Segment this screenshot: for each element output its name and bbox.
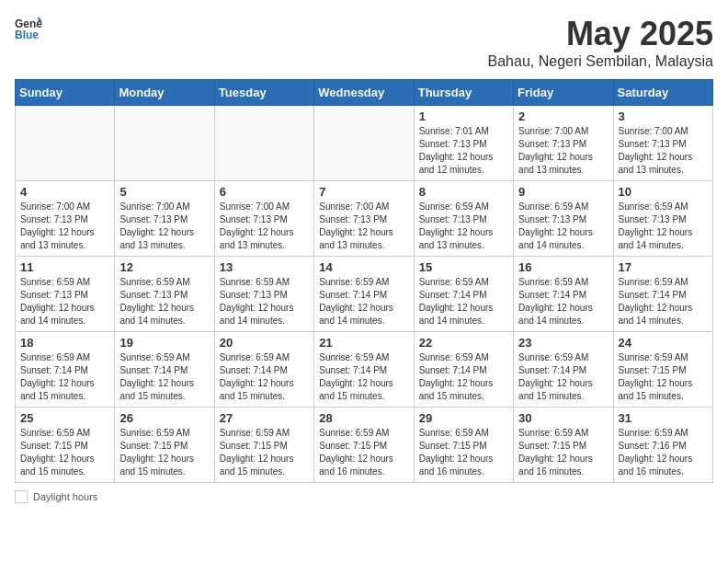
day-info: Sunrise: 6:59 AM Sunset: 7:15 PM Dayligh… [419,427,508,478]
daylight-box [15,490,28,503]
day-info: Sunrise: 7:00 AM Sunset: 7:13 PM Dayligh… [518,125,608,177]
calendar-cell: 8Sunrise: 6:59 AM Sunset: 7:13 PM Daylig… [414,181,513,257]
day-number: 3 [619,109,708,123]
day-number: 11 [20,260,109,274]
day-info: Sunrise: 6:59 AM Sunset: 7:13 PM Dayligh… [220,276,309,327]
day-number: 24 [619,336,708,350]
day-info: Sunrise: 6:59 AM Sunset: 7:15 PM Dayligh… [220,427,309,478]
day-info: Sunrise: 6:59 AM Sunset: 7:14 PM Dayligh… [518,351,608,403]
day-info: Sunrise: 6:59 AM Sunset: 7:15 PM Dayligh… [119,427,209,478]
calendar-header-thursday: Thursday [414,80,513,106]
calendar-cell: 23Sunrise: 6:59 AM Sunset: 7:14 PM Dayli… [514,332,613,408]
day-number: 6 [220,185,309,199]
day-info: Sunrise: 7:00 AM Sunset: 7:13 PM Dayligh… [20,201,109,252]
calendar-header-sunday: Sunday [16,80,115,106]
calendar-cell: 26Sunrise: 6:59 AM Sunset: 7:15 PM Dayli… [115,408,214,483]
day-info: Sunrise: 6:59 AM Sunset: 7:14 PM Dayligh… [20,351,109,403]
calendar-cell: 10Sunrise: 6:59 AM Sunset: 7:13 PM Dayli… [613,181,712,257]
calendar-cell: 29Sunrise: 6:59 AM Sunset: 7:15 PM Dayli… [414,408,513,483]
calendar-cell: 18Sunrise: 6:59 AM Sunset: 7:14 PM Dayli… [16,332,115,408]
day-info: Sunrise: 6:59 AM Sunset: 7:15 PM Dayligh… [20,427,109,478]
calendar-header-wednesday: Wednesday [314,80,414,106]
day-number: 13 [220,260,309,274]
day-number: 19 [119,336,209,350]
day-info: Sunrise: 6:59 AM Sunset: 7:13 PM Dayligh… [518,201,608,252]
day-number: 16 [518,260,608,274]
day-info: Sunrise: 6:59 AM Sunset: 7:15 PM Dayligh… [319,427,408,478]
calendar-cell: 14Sunrise: 6:59 AM Sunset: 7:14 PM Dayli… [314,257,414,332]
calendar-header-saturday: Saturday [613,80,712,106]
day-number: 27 [220,411,309,425]
calendar-cell: 25Sunrise: 6:59 AM Sunset: 7:15 PM Dayli… [16,408,115,483]
day-info: Sunrise: 6:59 AM Sunset: 7:13 PM Dayligh… [119,276,209,327]
day-number: 20 [220,336,309,350]
calendar-cell: 6Sunrise: 7:00 AM Sunset: 7:13 PM Daylig… [214,181,313,257]
daylight-label: Daylight hours [33,491,97,502]
calendar-cell: 12Sunrise: 6:59 AM Sunset: 7:13 PM Dayli… [115,257,214,332]
day-info: Sunrise: 6:59 AM Sunset: 7:15 PM Dayligh… [518,427,608,478]
logo-icon: General Blue [15,15,42,42]
calendar-week-1: 1Sunrise: 7:01 AM Sunset: 7:13 PM Daylig… [16,106,713,181]
day-info: Sunrise: 6:59 AM Sunset: 7:15 PM Dayligh… [619,351,708,403]
day-number: 8 [419,185,508,199]
day-number: 25 [20,411,109,425]
calendar-cell: 31Sunrise: 6:59 AM Sunset: 7:16 PM Dayli… [613,408,712,483]
day-info: Sunrise: 7:01 AM Sunset: 7:13 PM Dayligh… [419,125,508,177]
calendar-cell: 1Sunrise: 7:01 AM Sunset: 7:13 PM Daylig… [414,106,513,181]
calendar-header-monday: Monday [115,80,214,106]
calendar-cell: 5Sunrise: 7:00 AM Sunset: 7:13 PM Daylig… [115,181,214,257]
calendar-cell: 15Sunrise: 6:59 AM Sunset: 7:14 PM Dayli… [414,257,513,332]
day-number: 22 [419,336,508,350]
day-info: Sunrise: 6:59 AM Sunset: 7:13 PM Dayligh… [20,276,109,327]
calendar-cell: 22Sunrise: 6:59 AM Sunset: 7:14 PM Dayli… [414,332,513,408]
day-info: Sunrise: 7:00 AM Sunset: 7:13 PM Dayligh… [319,201,408,252]
day-number: 7 [319,185,408,199]
day-info: Sunrise: 7:00 AM Sunset: 7:13 PM Dayligh… [220,201,309,252]
calendar-week-4: 18Sunrise: 6:59 AM Sunset: 7:14 PM Dayli… [16,332,713,408]
day-info: Sunrise: 6:59 AM Sunset: 7:13 PM Dayligh… [419,201,508,252]
day-info: Sunrise: 6:59 AM Sunset: 7:14 PM Dayligh… [419,351,508,403]
calendar-cell: 30Sunrise: 6:59 AM Sunset: 7:15 PM Dayli… [514,408,613,483]
main-title: May 2025 [488,15,713,53]
calendar-cell: 28Sunrise: 6:59 AM Sunset: 7:15 PM Dayli… [314,408,414,483]
day-info: Sunrise: 6:59 AM Sunset: 7:14 PM Dayligh… [319,351,408,403]
calendar-cell: 19Sunrise: 6:59 AM Sunset: 7:14 PM Dayli… [115,332,214,408]
day-info: Sunrise: 6:59 AM Sunset: 7:14 PM Dayligh… [419,276,508,327]
day-number: 12 [119,260,209,274]
calendar-cell [115,106,214,181]
footer: Daylight hours [15,490,713,503]
day-number: 26 [119,411,209,425]
day-number: 18 [20,336,109,350]
calendar-cell: 2Sunrise: 7:00 AM Sunset: 7:13 PM Daylig… [514,106,613,181]
day-info: Sunrise: 6:59 AM Sunset: 7:14 PM Dayligh… [220,351,309,403]
calendar-cell: 27Sunrise: 6:59 AM Sunset: 7:15 PM Dayli… [214,408,313,483]
calendar-cell: 4Sunrise: 7:00 AM Sunset: 7:13 PM Daylig… [16,181,115,257]
calendar-cell [314,106,414,181]
calendar-header-tuesday: Tuesday [214,80,313,106]
calendar-cell [16,106,115,181]
calendar-header-row: SundayMondayTuesdayWednesdayThursdayFrid… [16,80,713,106]
calendar-header-friday: Friday [514,80,613,106]
calendar-cell: 16Sunrise: 6:59 AM Sunset: 7:14 PM Dayli… [514,257,613,332]
calendar-cell: 7Sunrise: 7:00 AM Sunset: 7:13 PM Daylig… [314,181,414,257]
day-number: 28 [319,411,408,425]
day-info: Sunrise: 6:59 AM Sunset: 7:16 PM Dayligh… [619,427,708,478]
day-number: 4 [20,185,109,199]
calendar-cell: 20Sunrise: 6:59 AM Sunset: 7:14 PM Dayli… [214,332,313,408]
day-number: 2 [518,109,608,123]
calendar-cell: 11Sunrise: 6:59 AM Sunset: 7:13 PM Dayli… [16,257,115,332]
day-number: 21 [319,336,408,350]
day-info: Sunrise: 6:59 AM Sunset: 7:14 PM Dayligh… [119,351,209,403]
day-number: 29 [419,411,508,425]
day-number: 30 [518,411,608,425]
day-number: 17 [619,260,708,274]
day-number: 15 [419,260,508,274]
calendar-week-2: 4Sunrise: 7:00 AM Sunset: 7:13 PM Daylig… [16,181,713,257]
day-info: Sunrise: 6:59 AM Sunset: 7:14 PM Dayligh… [319,276,408,327]
calendar-cell: 13Sunrise: 6:59 AM Sunset: 7:13 PM Dayli… [214,257,313,332]
day-number: 5 [119,185,209,199]
day-number: 31 [619,411,708,425]
day-info: Sunrise: 6:59 AM Sunset: 7:13 PM Dayligh… [619,201,708,252]
day-info: Sunrise: 7:00 AM Sunset: 7:13 PM Dayligh… [119,201,209,252]
calendar-cell: 9Sunrise: 6:59 AM Sunset: 7:13 PM Daylig… [514,181,613,257]
